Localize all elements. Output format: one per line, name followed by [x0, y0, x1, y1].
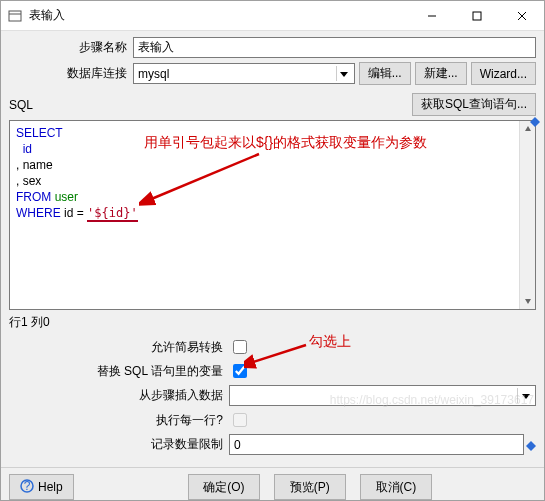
get-sql-button[interactable]: 获取SQL查询语句...: [412, 93, 536, 116]
simple-transform-checkbox[interactable]: [233, 340, 247, 354]
svg-marker-8: [525, 299, 531, 304]
limit-input[interactable]: [229, 434, 524, 455]
step-name-input[interactable]: [133, 37, 536, 58]
svg-rect-3: [473, 12, 481, 20]
from-step-dropdown[interactable]: [229, 385, 536, 406]
svg-marker-6: [340, 72, 348, 77]
sql-header-row: SQL 获取SQL查询语句...: [9, 93, 536, 116]
scroll-track[interactable]: [520, 137, 535, 293]
svg-rect-0: [9, 11, 21, 21]
window-title: 表输入: [29, 7, 409, 24]
db-conn-label: 数据库连接: [9, 65, 133, 82]
from-step-row: 从步骤插入数据: [9, 385, 536, 406]
scroll-down-icon[interactable]: [520, 293, 535, 309]
db-conn-dropdown[interactable]: mysql: [133, 63, 355, 84]
dialog-content: 步骤名称 数据库连接 mysql 编辑... 新建... Wizard... S…: [1, 31, 544, 467]
sql-label: SQL: [9, 98, 408, 112]
limit-row: 记录数量限制: [9, 434, 536, 455]
simple-transform-row: 允许简易转换: [9, 337, 536, 357]
new-button[interactable]: 新建...: [415, 62, 467, 85]
maximize-button[interactable]: [454, 1, 499, 31]
edit-button[interactable]: 编辑...: [359, 62, 411, 85]
from-step-label: 从步骤插入数据: [9, 387, 229, 404]
var-indicator-icon: [530, 116, 540, 126]
minimize-button[interactable]: [409, 1, 454, 31]
each-row-label: 执行每一行?: [9, 412, 229, 429]
dialog-window: 表输入 步骤名称 数据库连接 mysql 编辑... 新建... Wizard.…: [0, 0, 545, 501]
titlebar: 表输入: [1, 1, 544, 31]
chevron-down-icon: [336, 66, 352, 81]
db-conn-value: mysql: [138, 67, 169, 81]
limit-label: 记录数量限制: [9, 436, 229, 453]
sql-variable-literal: '${id}': [87, 206, 138, 222]
db-conn-row: 数据库连接 mysql 编辑... 新建... Wizard...: [9, 62, 536, 85]
svg-text:?: ?: [24, 479, 31, 493]
svg-marker-15: [526, 441, 536, 451]
sql-editor-wrap: SELECT id , name , sex FROM user WHERE i…: [9, 120, 536, 310]
ok-button[interactable]: 确定(O): [188, 474, 260, 500]
preview-button[interactable]: 预览(P): [274, 474, 346, 500]
replace-vars-label: 替换 SQL 语句里的变量: [9, 363, 229, 380]
step-name-row: 步骤名称: [9, 37, 536, 58]
sql-editor[interactable]: SELECT id , name , sex FROM user WHERE i…: [9, 120, 536, 310]
help-button[interactable]: ? Help: [9, 474, 74, 500]
step-name-label: 步骤名称: [9, 39, 133, 56]
each-row-row: 执行每一行?: [9, 410, 536, 430]
close-button[interactable]: [499, 1, 544, 31]
app-icon: [7, 8, 23, 24]
cancel-button[interactable]: 取消(C): [360, 474, 432, 500]
svg-marker-11: [530, 117, 540, 127]
cursor-status: 行1 列0: [9, 314, 536, 331]
svg-marker-14: [522, 394, 530, 399]
button-bar: ? Help 确定(O) 预览(P) 取消(C): [1, 467, 544, 501]
help-label: Help: [38, 480, 63, 494]
var-indicator-icon: [526, 440, 536, 450]
replace-vars-checkbox[interactable]: [233, 364, 247, 378]
simple-transform-label: 允许简易转换: [9, 339, 229, 356]
wizard-button[interactable]: Wizard...: [471, 62, 536, 85]
main-buttons: 确定(O) 预览(P) 取消(C): [80, 474, 536, 500]
sql-scrollbar[interactable]: [519, 121, 535, 309]
chevron-down-icon: [517, 388, 533, 403]
replace-vars-row: 替换 SQL 语句里的变量: [9, 361, 536, 381]
help-icon: ?: [20, 479, 34, 496]
each-row-checkbox: [233, 413, 247, 427]
